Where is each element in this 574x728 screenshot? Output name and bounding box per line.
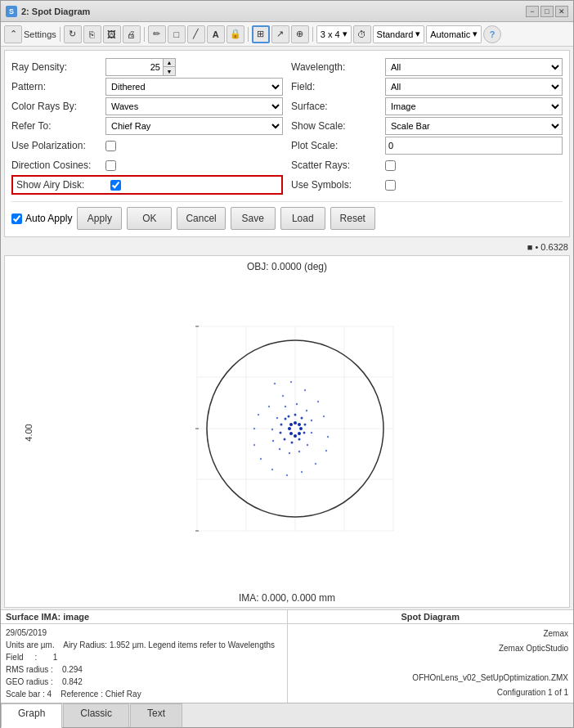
toolbar: ⌃ Settings ↻ ⎘ 🖼 🖨 ✏ □ ╱ A 🔒 ⊞ ↗ ⊕ 3 x 4… <box>1 22 573 47</box>
use-symbols-checkbox[interactable] <box>385 180 396 191</box>
image-button[interactable]: 🖼 <box>103 25 121 43</box>
load-button[interactable]: Load <box>280 207 325 230</box>
standard-label: Standard <box>377 29 414 39</box>
refer-to-select[interactable]: Chief Ray Centroid <box>105 117 283 135</box>
wavelength-select[interactable]: All 1 <box>385 58 563 76</box>
pattern-label: Pattern: <box>11 81 101 92</box>
bottom-tabs: Graph Classic Text <box>1 703 573 727</box>
info-line-6: Scale bar : 4 Reference : Chief Ray <box>6 688 282 700</box>
show-scale-row: Show Scale: Scale Bar None <box>291 116 563 136</box>
button-row: Auto Apply Apply OK Cancel Save Load Res… <box>11 201 563 230</box>
close-button[interactable]: ✕ <box>555 6 568 17</box>
field-row: Field: All 1 <box>291 77 563 97</box>
svg-point-13 <box>274 382 276 384</box>
scale-text: ■ • 0.6328 <box>527 242 568 252</box>
plot-scale-input[interactable] <box>385 137 563 155</box>
settings-left-col: Ray Density: ▲ ▼ Pattern: Dithered <box>11 57 283 195</box>
tab-classic[interactable]: Classic <box>63 703 129 727</box>
ok-button[interactable]: OK <box>127 207 172 230</box>
help-button[interactable]: ? <box>483 25 501 43</box>
lock-button[interactable]: 🔒 <box>226 25 244 43</box>
svg-point-9 <box>304 389 306 390</box>
direction-cosines-checkbox[interactable] <box>105 160 116 171</box>
svg-point-16 <box>325 449 327 451</box>
show-airy-disk-checkbox[interactable] <box>110 180 121 191</box>
reset-button[interactable]: Reset <box>330 207 375 230</box>
apply-button[interactable]: Apply <box>77 207 122 230</box>
minimize-button[interactable]: − <box>526 6 539 17</box>
plot-canvas: 4.00 <box>5 272 569 592</box>
field-select[interactable]: All 1 <box>385 78 563 96</box>
ray-density-label: Ray Density: <box>11 61 101 73</box>
tab-text[interactable]: Text <box>130 703 182 727</box>
show-scale-control: Scale Bar None <box>385 117 563 135</box>
ray-density-input[interactable] <box>105 58 163 76</box>
spot-diagram-svg <box>173 318 401 547</box>
standard-dropdown[interactable]: Standard ▾ <box>373 25 425 43</box>
standard-arrow: ▾ <box>415 29 420 39</box>
clock-button[interactable]: ⏱ <box>353 25 371 43</box>
save-button[interactable]: Save <box>231 207 276 230</box>
maximize-button[interactable]: □ <box>540 6 554 17</box>
use-polarization-checkbox[interactable] <box>105 141 116 151</box>
grid-button[interactable]: ⊞ <box>252 25 270 43</box>
svg-point-12 <box>268 405 270 407</box>
zoom-button[interactable]: ⊕ <box>291 25 309 43</box>
auto-apply-check: Auto Apply <box>11 213 72 224</box>
refer-to-control: Chief Ray Centroid <box>105 117 283 135</box>
direction-cosines-label: Direction Cosines: <box>11 160 101 171</box>
svg-point-18 <box>301 470 303 472</box>
rectangle-button[interactable]: □ <box>168 25 186 43</box>
svg-point-52 <box>298 432 301 435</box>
svg-point-33 <box>279 447 280 449</box>
use-polarization-label: Use Polarization: <box>11 140 101 151</box>
svg-point-20 <box>271 468 273 470</box>
svg-point-17 <box>315 462 316 464</box>
show-scale-select[interactable]: Scale Bar None <box>385 117 563 135</box>
surface-label: Surface: <box>291 101 381 112</box>
use-symbols-row: Use Symbols: <box>291 175 563 195</box>
use-polarization-check-row <box>105 141 116 151</box>
use-polarization-row: Use Polarization: <box>11 136 283 155</box>
cancel-button[interactable]: Cancel <box>177 207 225 230</box>
export-button[interactable]: ↗ <box>271 25 289 43</box>
spinbox-down-btn[interactable]: ▼ <box>164 67 175 75</box>
scatter-rays-checkbox[interactable] <box>385 160 396 171</box>
show-airy-disk-label: Show Airy Disk: <box>16 179 106 191</box>
svg-point-27 <box>306 409 307 411</box>
line-button[interactable]: ╱ <box>187 25 205 43</box>
refresh-button[interactable]: ↻ <box>64 25 82 43</box>
automatic-dropdown[interactable]: Automatic ▾ <box>426 25 482 43</box>
copy-button[interactable]: ⎘ <box>83 25 101 43</box>
pattern-select[interactable]: Dithered Square Hexapolar <box>105 78 283 96</box>
svg-point-19 <box>286 474 288 475</box>
print-button[interactable]: 🖨 <box>123 25 141 43</box>
tab-graph[interactable]: Graph <box>1 703 62 728</box>
settings-dropdown-btn[interactable]: ⌃ <box>4 25 22 43</box>
refer-to-label: Refer To: <box>11 120 101 132</box>
obj-title: OBJ: 0.0000 (deg) <box>247 261 327 272</box>
color-rays-select[interactable]: Waves Fields <box>105 97 283 115</box>
y-axis-label: 4.00 <box>24 424 34 441</box>
ray-density-spinbox: ▲ ▼ <box>105 58 176 76</box>
info-header: Surface IMA: image Spot Diagram <box>1 610 573 624</box>
info-line-1: 29/05/2019 <box>6 627 282 639</box>
grid-size-dropdown[interactable]: 3 x 4 ▾ <box>316 25 352 43</box>
svg-point-21 <box>260 457 262 459</box>
surface-select[interactable]: Image Object <box>385 97 563 115</box>
wavelength-label: Wavelength: <box>291 61 381 73</box>
pencil-button[interactable]: ✏ <box>148 25 166 43</box>
svg-point-32 <box>289 452 290 453</box>
spinbox-up-btn[interactable]: ▲ <box>164 59 175 67</box>
direction-cosines-check-row <box>105 160 116 171</box>
use-symbols-check-row <box>385 180 396 191</box>
automatic-arrow: ▾ <box>473 29 478 39</box>
auto-apply-checkbox[interactable] <box>11 213 22 224</box>
settings-label[interactable]: Settings <box>24 29 56 39</box>
direction-cosines-row: Direction Cosines: <box>11 155 283 175</box>
show-scale-label: Show Scale: <box>291 120 381 132</box>
ray-density-row: Ray Density: ▲ ▼ <box>11 57 283 77</box>
text-button[interactable]: A <box>207 25 225 43</box>
svg-point-11 <box>323 415 325 416</box>
svg-point-31 <box>298 450 300 452</box>
